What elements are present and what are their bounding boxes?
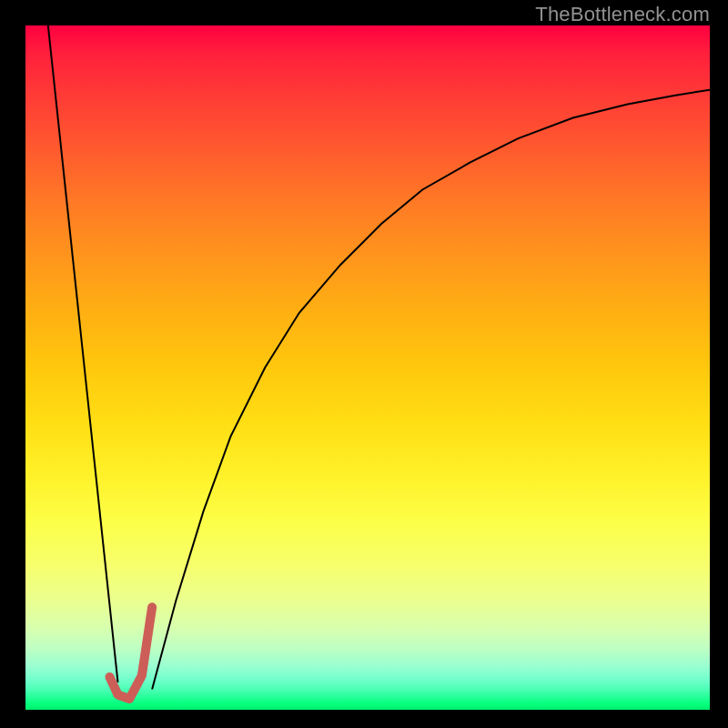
series-right-curve <box>152 90 710 690</box>
series-optimal-hook <box>109 607 152 699</box>
series-left-descent <box>48 25 118 682</box>
plot-area <box>25 25 710 710</box>
curve-layer <box>25 25 710 710</box>
chart-frame: TheBottleneck.com <box>0 0 728 728</box>
watermark-text: TheBottleneck.com <box>535 3 710 26</box>
